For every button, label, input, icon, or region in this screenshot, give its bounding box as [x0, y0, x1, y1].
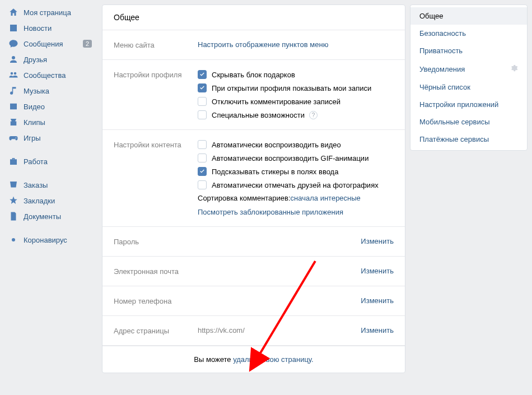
configure-menu-link[interactable]: Настроить отображение пунктов меню — [198, 40, 328, 49]
nav-label: Моя страница — [24, 8, 92, 17]
checkbox-autoplay-gif[interactable] — [198, 154, 207, 162]
friend-icon — [8, 54, 19, 65]
nav-label: Сообщества — [24, 71, 92, 80]
covid-icon — [8, 234, 19, 245]
checkbox-label: Отключить комментирование записей — [212, 97, 340, 106]
bookmarks-icon — [8, 195, 19, 206]
badge-unread: 2 — [83, 40, 92, 48]
docs-icon — [8, 211, 19, 222]
rnav-label: Мобильные сервисы — [419, 118, 490, 126]
nav-news[interactable]: Новости — [4, 20, 95, 36]
checkbox-label: Автоматически воспроизводить GIF-анимаци… — [212, 154, 368, 162]
rnav-label: Платёжные сервисы — [419, 135, 489, 143]
community-icon — [8, 69, 19, 81]
section-label: Меню сайта — [114, 40, 198, 49]
left-sidebar: Моя страница Новости Сообщения2 Друзья С… — [0, 4, 95, 373]
checkbox-accessibility[interactable] — [198, 110, 207, 119]
rnav-label: Чёрный список — [419, 83, 470, 91]
checkbox-show-my-posts[interactable] — [198, 83, 207, 92]
clips-icon — [8, 117, 19, 128]
rnav-blacklist[interactable]: Чёрный список — [410, 78, 527, 96]
settings-card: Общее Меню сайта Настроить отображение п… — [102, 4, 405, 373]
checkbox-disable-comments[interactable] — [198, 97, 207, 106]
games-icon — [8, 132, 19, 143]
change-address-link[interactable]: Изменить — [361, 326, 394, 335]
rnav-label: Общее — [419, 12, 444, 20]
section-label: Номер телефона — [114, 296, 198, 305]
nav-label: Клипы — [24, 118, 92, 127]
section-password: Пароль Изменить — [102, 227, 405, 257]
nav-messages[interactable]: Сообщения2 — [4, 36, 95, 52]
section-label: Пароль — [114, 237, 198, 246]
delete-page-link[interactable]: удалить свою страницу. — [233, 355, 314, 364]
svg-point-0 — [12, 238, 15, 241]
rnav-label: Настройки приложений — [419, 100, 498, 109]
gear-icon[interactable] — [510, 64, 518, 74]
main-column: Общее Меню сайта Настроить отображение п… — [95, 4, 410, 373]
nav-my-page[interactable]: Моя страница — [4, 4, 95, 20]
page-title: Общее — [102, 5, 405, 30]
section-label: Адрес страницы — [114, 326, 198, 335]
rnav-app-settings[interactable]: Настройки приложений — [410, 96, 527, 113]
rnav-notifications[interactable]: Уведомления — [410, 59, 527, 78]
nav-music[interactable]: Музыка — [4, 83, 95, 99]
nav-orders[interactable]: Заказы — [4, 177, 95, 193]
change-email-link[interactable]: Изменить — [361, 267, 394, 276]
section-phone: Номер телефона Изменить — [102, 286, 405, 316]
change-password-link[interactable]: Изменить — [361, 237, 394, 246]
rnav-label: Приватность — [419, 47, 463, 55]
work-icon — [8, 156, 19, 167]
nav-label: Документы — [24, 212, 92, 221]
nav-label: Сообщения — [24, 40, 81, 48]
nav-covid[interactable]: Коронавирус — [4, 232, 95, 248]
sort-label: Сортировка комментариев: — [198, 194, 291, 202]
messages-icon — [8, 38, 19, 49]
sort-link[interactable]: сначала интересные — [291, 194, 361, 202]
home-icon — [8, 7, 19, 18]
section-email: Электронная почта Изменить — [102, 257, 405, 286]
nav-games[interactable]: Игры — [4, 130, 95, 146]
rnav-label: Безопасность — [419, 29, 466, 38]
nav-label: Новости — [24, 24, 92, 32]
checkbox-sticker-suggest[interactable] — [198, 167, 207, 176]
rnav-mobile[interactable]: Мобильные сервисы — [410, 113, 527, 131]
section-address: Адрес страницы https://vk.com/Изменить — [102, 316, 405, 346]
nav-friends[interactable]: Друзья — [4, 52, 95, 67]
rnav-label: Уведомления — [419, 65, 465, 73]
section-site-menu: Меню сайта Настроить отображение пунктов… — [102, 30, 405, 60]
nav-docs[interactable]: Документы — [4, 208, 95, 224]
section-label: Настройки профиля — [114, 70, 198, 119]
section-profile-settings: Настройки профиля Скрывать блок подарков… — [102, 60, 405, 130]
checkbox-label: Автоматически отмечать друзей на фотогра… — [212, 181, 379, 189]
nav-label: Заказы — [24, 181, 92, 189]
address-value: https://vk.com/ — [198, 326, 245, 335]
checkbox-autoplay-video[interactable] — [198, 140, 207, 149]
checkbox-hide-gifts[interactable] — [198, 70, 207, 79]
nav-label: Закладки — [24, 197, 92, 205]
orders-icon — [8, 179, 19, 190]
blocked-apps-link[interactable]: Посмотреть заблокированные приложения — [198, 208, 343, 216]
nav-video[interactable]: Видео — [4, 99, 95, 114]
nav-work[interactable]: Работа — [4, 154, 95, 169]
nav-label: Работа — [24, 157, 92, 166]
nav-bookmarks[interactable]: Закладки — [4, 193, 95, 208]
music-icon — [8, 85, 19, 96]
rnav-payments[interactable]: Платёжные сервисы — [410, 131, 527, 148]
nav-communities[interactable]: Сообщества — [4, 67, 95, 83]
rnav-security[interactable]: Безопасность — [410, 25, 527, 42]
help-icon[interactable]: ? — [309, 111, 318, 119]
footer-text: Вы можете — [194, 355, 233, 364]
section-label: Электронная почта — [114, 267, 198, 276]
nav-label: Друзья — [24, 55, 92, 64]
change-phone-link[interactable]: Изменить — [361, 296, 394, 305]
nav-label: Музыка — [24, 87, 92, 95]
rnav-general[interactable]: Общее — [410, 7, 527, 25]
rnav-privacy[interactable]: Приватность — [410, 42, 527, 59]
settings-nav: Общее Безопасность Приватность Уведомлен… — [410, 4, 528, 151]
nav-clips[interactable]: Клипы — [4, 114, 95, 130]
right-sidebar: Общее Безопасность Приватность Уведомлен… — [410, 4, 532, 373]
nav-label: Коронавирус — [24, 236, 92, 244]
checkbox-tag-friends[interactable] — [198, 180, 207, 189]
nav-label: Видео — [24, 103, 92, 111]
news-icon — [8, 22, 19, 34]
